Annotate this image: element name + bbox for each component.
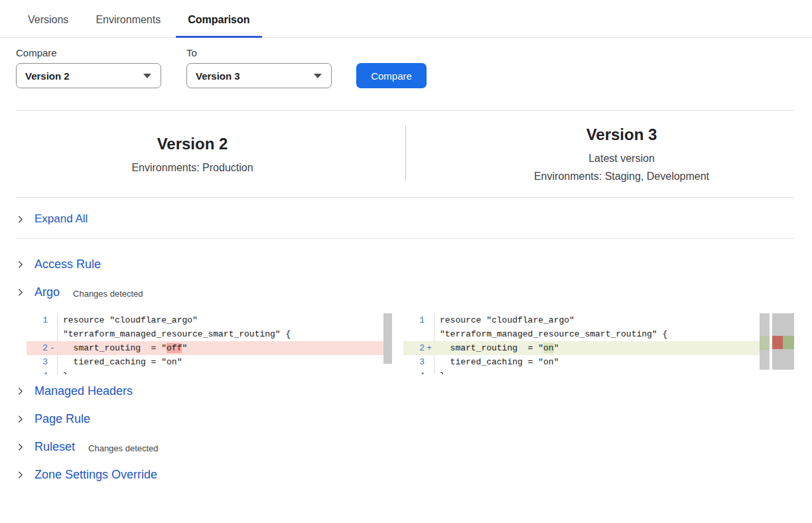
chevron-right-icon <box>16 387 25 396</box>
diff-line: 4} <box>403 369 760 374</box>
diff-line: 1resource "cloudflare_argo" <box>403 313 760 327</box>
section-argo[interactable]: Argo Changes detected <box>16 283 812 301</box>
line-number <box>403 327 425 341</box>
tab-bar: Versions Environments Comparison <box>0 0 812 38</box>
comparison-sections: Access Rule Argo Changes detected 1resou… <box>0 239 812 484</box>
compare-to-select[interactable]: Version 3 <box>186 63 332 88</box>
diff-line-added: 2+ smart_routing = "on" <box>403 341 760 355</box>
chevron-right-icon <box>16 443 25 451</box>
section-page-rule[interactable]: Page Rule <box>16 410 812 428</box>
diff-line: 3 tiered_caching = "on" <box>27 355 391 369</box>
added-word: on <box>543 343 554 353</box>
code-text: resource "cloudflare_argo" <box>434 313 760 327</box>
tab-environments[interactable]: Environments <box>94 14 162 37</box>
line-number: 2 <box>27 341 48 355</box>
tab-comparison[interactable]: Comparison <box>186 14 251 37</box>
diff-line-removed: 2- smart_routing = "off" <box>27 341 391 355</box>
compare-to-value: Version 3 <box>196 70 240 82</box>
line-number: 4 <box>27 369 48 374</box>
code-text: smart_routing = "on" <box>434 341 760 355</box>
chevron-right-icon <box>16 288 25 297</box>
line-number: 3 <box>403 355 425 369</box>
code-text: smart_routing = "off" <box>57 341 391 355</box>
version-left-environments: Environments: Production <box>16 159 369 177</box>
diff-overview-ruler[interactable] <box>772 313 794 370</box>
diff-line: 1resource "cloudflare_argo" <box>27 313 391 327</box>
section-label: Page Rule <box>34 412 90 426</box>
section-label: Managed Headers <box>34 384 133 398</box>
minimap-added-mark <box>783 336 794 349</box>
section-ruleset[interactable]: Ruleset Changes detected <box>16 438 812 456</box>
section-managed-headers[interactable]: Managed Headers <box>16 382 812 400</box>
expand-all-button[interactable]: Expand All <box>0 198 812 238</box>
section-zone-settings-override[interactable]: Zone Settings Override <box>16 466 812 484</box>
compare-to-label: To <box>186 47 332 58</box>
line-number: 1 <box>27 313 48 327</box>
diff-line: 3 tiered_caching = "on" <box>403 355 760 369</box>
version-left-header: Version 2 Environments: Production <box>16 124 405 185</box>
section-label: Access Rule <box>34 258 101 271</box>
tab-versions[interactable]: Versions <box>27 14 70 37</box>
compare-from-select[interactable]: Version 2 <box>16 63 161 88</box>
version-headers: Version 2 Environments: Production Versi… <box>0 111 812 197</box>
compare-button[interactable]: Compare <box>356 63 427 88</box>
expand-all-label: Expand All <box>34 212 88 226</box>
code-text: "terraform_managed_resource_smart_routin… <box>434 327 760 341</box>
line-number: 2 <box>403 341 425 355</box>
removed-sign: - <box>48 341 57 355</box>
scrollbar[interactable] <box>383 313 392 364</box>
version-right-latest-label: Latest version <box>449 149 794 167</box>
code-text: tiered_caching = "on" <box>57 355 391 369</box>
code-text: } <box>434 369 760 374</box>
added-sign: + <box>425 341 434 355</box>
chevron-right-icon <box>16 260 25 269</box>
removed-word: off <box>167 343 182 353</box>
dropdown-caret-icon <box>314 74 322 78</box>
argo-diff-viewer: 1resource "cloudflare_argo" "terraform_m… <box>27 313 794 374</box>
diff-line-wrap: "terraform_managed_resource_smart_routin… <box>27 327 391 341</box>
version-right-title: Version 3 <box>449 125 794 144</box>
section-label: Argo <box>34 285 60 299</box>
version-right-header: Version 3 Latest version Environments: S… <box>406 124 794 185</box>
scrollbar-change-tint <box>760 336 770 350</box>
diff-panel-right: 1resource "cloudflare_argo" "terraform_m… <box>403 313 794 374</box>
line-number: 3 <box>27 355 48 369</box>
diff-line-wrap: "terraform_managed_resource_smart_routin… <box>403 327 760 341</box>
diff-line: 4} <box>27 369 391 374</box>
line-number: 4 <box>403 369 425 374</box>
chevron-right-icon <box>16 215 25 224</box>
version-right-environments: Environments: Staging, Development <box>449 167 794 185</box>
code-text: resource "cloudflare_argo" <box>57 313 391 327</box>
scrollbar[interactable] <box>760 313 770 370</box>
diff-panel-left: 1resource "cloudflare_argo" "terraform_m… <box>27 313 395 374</box>
compare-from-value: Version 2 <box>25 70 70 82</box>
section-label: Ruleset <box>34 440 75 454</box>
section-label: Zone Settings Override <box>34 468 157 482</box>
section-access-rule[interactable]: Access Rule <box>16 256 812 273</box>
line-number <box>27 327 48 341</box>
chevron-right-icon <box>16 415 25 423</box>
dropdown-caret-icon <box>143 74 151 78</box>
line-number: 1 <box>403 313 425 327</box>
code-text: tiered_caching = "on" <box>434 355 760 369</box>
compare-from-label: Compare <box>16 47 161 58</box>
code-text: } <box>57 369 391 374</box>
code-text: "terraform_managed_resource_smart_routin… <box>57 327 391 341</box>
version-left-title: Version 2 <box>16 135 369 153</box>
changes-badge: Changes detected <box>88 441 159 453</box>
chevron-right-icon <box>16 471 25 479</box>
compare-form: Compare Version 2 To Version 3 Compare <box>0 38 812 88</box>
minimap-removed-mark <box>772 336 783 349</box>
changes-badge: Changes detected <box>73 287 143 299</box>
